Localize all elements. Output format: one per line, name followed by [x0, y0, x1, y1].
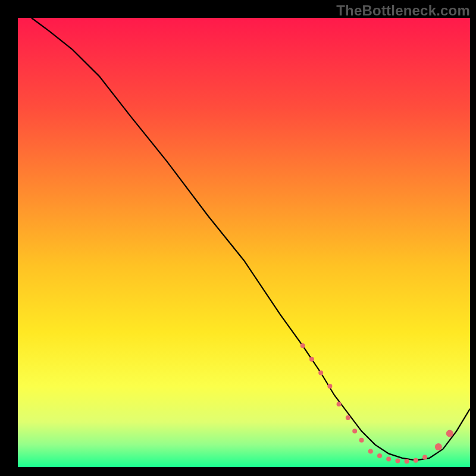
marker-dot [405, 459, 409, 464]
marker-dot [422, 455, 427, 459]
marker-dot [359, 438, 364, 443]
watermark-text: TheBottleneck.com [336, 2, 470, 19]
marker-dot [318, 371, 323, 375]
marker-dot [337, 402, 342, 406]
marker-dot [327, 384, 332, 389]
bottleneck-chart [0, 0, 476, 476]
marker-dot [435, 443, 442, 450]
marker-dot [446, 430, 453, 437]
chart-frame: TheBottleneck.com [0, 0, 476, 476]
marker-dot [395, 458, 400, 463]
marker-dot [346, 415, 350, 420]
marker-dot [414, 458, 418, 463]
marker-dot [377, 453, 382, 458]
plot-background [18, 18, 470, 467]
marker-dot [300, 343, 305, 348]
marker-dot [386, 456, 391, 461]
marker-dot [309, 357, 314, 362]
marker-dot [368, 449, 373, 454]
marker-dot [352, 429, 357, 434]
